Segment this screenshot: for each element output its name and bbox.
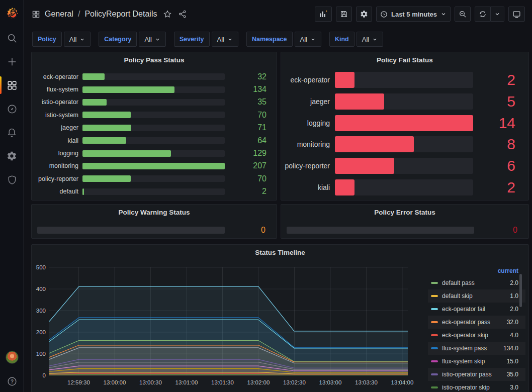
filter-severity-value[interactable]: All	[212, 32, 238, 47]
apps-grid-icon	[32, 10, 40, 19]
gauge-row-value: 70	[225, 111, 277, 120]
pass-bar-gauge: eck-operator32flux-system134istio-operat…	[32, 70, 277, 198]
grafana-logo[interactable]	[0, 0, 24, 26]
filter-policy-value[interactable]: All	[64, 32, 91, 47]
sidebar: ?	[0, 0, 24, 392]
dashboard-settings-button[interactable]	[356, 7, 372, 22]
gauge-row: istio-system70	[32, 109, 277, 121]
sidebar-item-search[interactable]	[0, 26, 24, 50]
help-button[interactable]: ?	[7, 376, 18, 387]
refresh-dashboard-button[interactable]	[475, 7, 491, 22]
gauge-row-value: 70	[225, 174, 277, 183]
warning-gauge-row: 0	[37, 226, 277, 235]
gauge-row: istio-operator35	[32, 96, 277, 109]
sidebar-item-explore[interactable]	[0, 97, 24, 121]
save-icon	[340, 10, 348, 18]
sidebar-item-configuration[interactable]	[0, 144, 24, 168]
gauge-row: default2	[32, 185, 277, 198]
svg-text:0: 0	[43, 372, 46, 378]
gauge-row-track	[82, 125, 225, 131]
filter-kind-label[interactable]: Kind	[329, 32, 354, 47]
breadcrumb-folder[interactable]: General	[45, 10, 73, 19]
filter-category-value[interactable]: All	[139, 32, 165, 47]
svg-text:400: 400	[36, 286, 46, 292]
save-dashboard-button[interactable]	[336, 7, 352, 22]
panel-title[interactable]: Policy Warning Status	[32, 205, 277, 216]
filter-category-label[interactable]: Category	[99, 32, 137, 47]
gauge-row: policy-reporter70	[32, 172, 277, 185]
legend-series-label[interactable]: default skip	[442, 292, 506, 300]
top-nav: General / PolicyReport Details Last 5 mi…	[24, 0, 532, 28]
refresh-interval-dropdown[interactable]	[491, 7, 504, 22]
legend-series-label[interactable]: istio-operator skip	[442, 384, 506, 391]
sidebar-item-create[interactable]	[0, 50, 24, 73]
filter-namespace-value[interactable]: All	[295, 32, 321, 47]
gauge-row-label: monitoring	[281, 140, 330, 148]
gauge-row-value: 2	[473, 179, 528, 196]
time-range-picker[interactable]: Last 5 minutes	[376, 7, 451, 22]
legend-series-label[interactable]: eck-operator fail	[442, 306, 506, 313]
gauge-row-bar	[335, 93, 384, 110]
compass-icon	[7, 104, 18, 115]
legend-series-label[interactable]: flux-system pass	[442, 345, 499, 352]
gauge-row-value: 35	[225, 97, 277, 107]
panel-title[interactable]: Policy Error Status	[281, 205, 528, 216]
sidebar-item-server-admin[interactable]	[0, 168, 24, 191]
sidebar-item-alerting[interactable]	[0, 121, 24, 144]
user-avatar[interactable]	[6, 351, 19, 364]
timeline-legend: current default pass2.0default skip1.0ec…	[428, 267, 525, 392]
legend-row: eck-operator fail2.0	[428, 303, 525, 316]
add-panel-icon	[319, 10, 328, 19]
legend-series-label[interactable]: istio-operator pass	[442, 371, 503, 378]
svg-text:13:00:00: 13:00:00	[104, 379, 126, 385]
sidebar-bottom: ?	[0, 351, 24, 387]
sidebar-item-dashboards[interactable]	[0, 73, 24, 97]
filter-severity-label[interactable]: Severity	[174, 32, 210, 47]
gauge-row: kiali64	[32, 134, 277, 147]
gauge-row-bar	[82, 175, 131, 182]
monitor-icon	[512, 10, 521, 19]
refresh-button-group	[475, 7, 504, 22]
error-gauge-track	[287, 227, 474, 234]
zoom-out-time-button[interactable]	[455, 7, 471, 22]
panel-title[interactable]: Status Timeline	[32, 245, 528, 256]
gauge-row-label: jaeger	[281, 97, 330, 106]
svg-text:13:03:00: 13:03:00	[319, 379, 342, 385]
kiosk-mode-button[interactable]	[508, 7, 525, 22]
gauge-row-track	[335, 136, 473, 152]
filter-namespace-label[interactable]: Namespace	[246, 32, 293, 47]
legend-scrollbar[interactable]	[519, 274, 522, 307]
favorite-star-button[interactable]	[163, 10, 172, 19]
gauge-row-track	[82, 175, 225, 182]
legend-series-swatch	[431, 334, 438, 336]
legend-series-label[interactable]: flux-system skip	[442, 358, 503, 365]
gauge-row-bar	[335, 72, 354, 88]
add-panel-button[interactable]	[315, 7, 332, 22]
gauge-row-label: logging	[32, 150, 78, 157]
dashboards-grid-icon	[7, 80, 18, 91]
legend-row: eck-operator skip4.0	[428, 329, 525, 342]
gauge-row: monitoring8	[281, 134, 528, 155]
legend-current-header[interactable]: current	[428, 267, 525, 276]
panel-title[interactable]: Policy Pass Status	[32, 52, 277, 64]
gauge-row-bar	[335, 115, 473, 131]
legend-series-label[interactable]: default pass	[442, 279, 506, 286]
legend-series-label[interactable]: eck-operator pass	[442, 319, 503, 326]
filter-kind-value[interactable]: All	[357, 32, 383, 47]
svg-text:13:04:00: 13:04:00	[391, 379, 414, 385]
legend-series-label[interactable]: eck-operator skip	[442, 332, 506, 339]
plus-icon	[7, 56, 18, 67]
legend-series-swatch	[431, 360, 438, 362]
filter-policy-label[interactable]: Policy	[32, 32, 62, 47]
search-minus-icon	[459, 10, 467, 18]
gauge-row-bar	[335, 136, 414, 152]
gauge-row-value: 71	[225, 123, 277, 132]
panel-title[interactable]: Policy Fail Status	[281, 52, 528, 64]
gauge-row-value: 8	[473, 136, 528, 153]
legend-row: istio-operator skip3.0	[428, 381, 525, 392]
gauge-row-bar	[82, 125, 131, 131]
filter-severity: Severity All	[174, 32, 238, 47]
gauge-row-bar	[82, 112, 131, 118]
share-dashboard-button[interactable]	[178, 10, 187, 19]
breadcrumb-separator: /	[78, 10, 80, 19]
